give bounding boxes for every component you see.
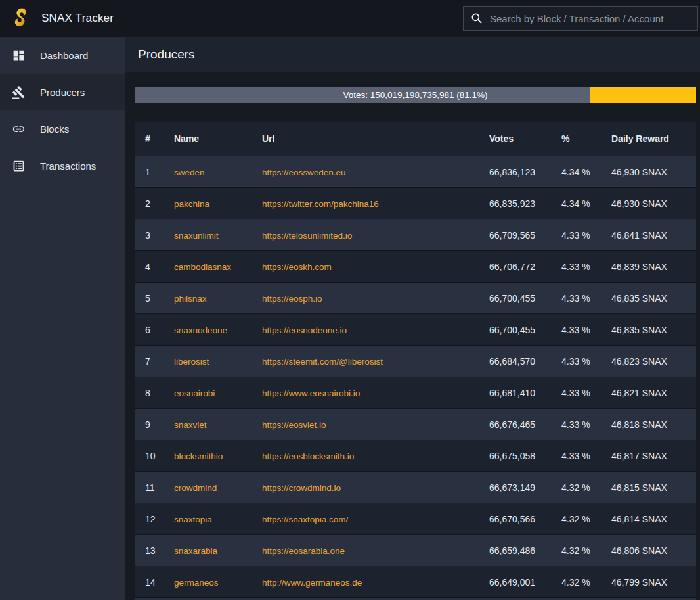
sidebar-item-label: Producers [40, 87, 85, 98]
producer-rank: 13 [135, 545, 174, 556]
producer-daily-reward: 46,835 SNAX [611, 325, 696, 335]
producer-row: 1 sweden https://eossweden.eu 66,836,123… [135, 156, 696, 187]
producer-rank: 1 [135, 167, 174, 177]
producer-name-link[interactable]: philsnax [174, 294, 207, 304]
column-header-percent: % [561, 133, 611, 144]
producer-rank: 4 [135, 262, 174, 272]
producer-row: 9 snaxviet https://eosviet.io 66,676,465… [135, 408, 696, 440]
producer-daily-reward: 46,841 SNAX [611, 230, 696, 241]
producer-url-link[interactable]: https://eosnodeone.io [262, 325, 347, 335]
producer-name-link[interactable]: snaxnodeone [174, 325, 227, 335]
producer-row: 11 crowdmind https://crowdmind.io 66,673… [135, 471, 696, 503]
producer-name-link[interactable]: sweden [174, 168, 205, 177]
producer-votes: 66,673,149 [489, 482, 561, 493]
producer-votes: 66,700,455 [489, 325, 561, 335]
producer-percent: 4.34 % [561, 167, 611, 177]
producer-daily-reward: 46,930 SNAX [611, 198, 696, 209]
sidebar-item-dashboard[interactable]: Dashboard [0, 37, 125, 74]
producer-votes: 66,700,455 [489, 293, 561, 304]
sidebar-item-label: Transactions [40, 160, 96, 172]
producer-rank: 6 [135, 325, 174, 335]
producer-url-link[interactable]: https://eosviet.io [262, 420, 326, 430]
producer-votes: 66,706,772 [489, 262, 561, 272]
producer-votes: 66,676,465 [489, 419, 561, 430]
producer-url-link[interactable]: https://eosarabia.one [262, 546, 345, 556]
producer-url-link[interactable]: https://snaxtopia.com/ [262, 515, 348, 524]
producer-daily-reward: 46,821 SNAX [611, 388, 696, 398]
sidebar-item-label: Dashboard [40, 50, 88, 61]
producer-url-link[interactable]: https://eosblocksmith.io [262, 451, 354, 461]
producer-percent: 4.33 % [561, 451, 611, 461]
producer-url-link[interactable]: https://eosph.io [262, 294, 322, 304]
producer-row: 5 philsnax https://eosph.io 66,700,455 4… [135, 282, 696, 313]
producer-votes: 66,835,923 [489, 198, 561, 209]
producer-url-link[interactable]: https://steemit.com/@liberosist [262, 357, 383, 367]
sidebar-item-transactions[interactable]: Transactions [0, 147, 125, 184]
producer-percent: 4.32 % [561, 482, 611, 493]
producer-url-link[interactable]: https://eossweden.eu [262, 168, 346, 177]
producer-row: 6 snaxnodeone https://eosnodeone.io 66,7… [135, 313, 696, 345]
producer-url-link[interactable]: https://telosunlimited.io [262, 231, 352, 241]
next-row-sliver [135, 597, 696, 600]
producer-daily-reward: 46,806 SNAX [611, 545, 696, 556]
snax-logo-icon [9, 5, 33, 32]
producer-percent: 4.33 % [561, 262, 611, 272]
list-icon [12, 159, 26, 173]
producer-rank: 9 [135, 419, 174, 430]
producers-table: # Name Url Votes % Daily Reward 1 sweden… [135, 122, 696, 600]
producer-name-link[interactable]: liberosist [174, 357, 209, 367]
producer-row: 12 snaxtopia https://snaxtopia.com/ 66,6… [135, 503, 696, 534]
votes-bar: Votes: 150,019,198,735,981 (81.1%) [135, 87, 696, 103]
producer-name-link[interactable]: snaxarabia [174, 546, 217, 556]
producer-url-link[interactable]: https://eoskh.com [262, 262, 332, 272]
app-title: SNAX Tracker [41, 12, 114, 25]
sidebar-item-blocks[interactable]: Blocks [0, 110, 125, 147]
producer-name-link[interactable]: snaxviet [174, 420, 207, 430]
producer-percent: 4.33 % [561, 230, 611, 241]
producer-row: 13 snaxarabia https://eosarabia.one 66,6… [135, 534, 696, 566]
search-box [463, 6, 698, 31]
main-panel: Producers Votes: 150,019,198,735,981 (81… [125, 37, 700, 600]
brand-home-link[interactable]: SNAX Tracker [9, 5, 114, 32]
producer-votes: 66,675,058 [489, 451, 561, 461]
producer-name-link[interactable]: eosnairobi [174, 388, 215, 398]
producer-name-link[interactable]: blocksmithio [174, 451, 223, 461]
column-header-rank: # [135, 133, 174, 144]
producer-daily-reward: 46,814 SNAX [611, 514, 696, 524]
producer-votes: 66,836,123 [489, 167, 561, 177]
producer-name-link[interactable]: snaxunlimit [174, 231, 219, 241]
producer-rank: 7 [135, 356, 174, 367]
sidebar: Dashboard Producers Blocks Transactions [0, 37, 125, 600]
producer-daily-reward: 46,930 SNAX [611, 167, 696, 177]
producer-url-link[interactable]: https://www.eosnairobi.io [262, 388, 360, 398]
producer-percent: 4.34 % [561, 198, 611, 209]
producer-percent: 4.32 % [561, 514, 611, 524]
producer-row: 2 pakchina https://twitter.com/pakchina1… [135, 187, 696, 219]
producer-rank: 14 [135, 577, 174, 588]
producer-name-link[interactable]: pakchina [174, 199, 209, 209]
producer-name-link[interactable]: cambodiasnax [174, 262, 231, 272]
producer-url-link[interactable]: https://twitter.com/pakchina16 [262, 199, 379, 209]
producer-url-link[interactable]: https://crowdmind.io [262, 483, 341, 493]
producer-daily-reward: 46,839 SNAX [611, 262, 696, 272]
producer-row: 4 cambodiasnax https://eoskh.com 66,706,… [135, 250, 696, 282]
producer-votes: 66,659,486 [489, 545, 561, 556]
producer-name-link[interactable]: snaxtopia [174, 515, 212, 524]
producer-daily-reward: 46,815 SNAX [611, 482, 696, 493]
producer-url-link[interactable]: http://www.germaneos.de [262, 578, 362, 588]
sidebar-item-producers[interactable]: Producers [0, 74, 125, 110]
producer-votes: 66,684,570 [489, 356, 561, 367]
producer-rank: 5 [135, 293, 174, 304]
producer-row: 10 blocksmithio https://eosblocksmith.io… [135, 440, 696, 471]
producer-percent: 4.33 % [561, 293, 611, 304]
top-header: SNAX Tracker [0, 0, 700, 37]
producer-percent: 4.33 % [561, 388, 611, 398]
producer-name-link[interactable]: crowdmind [174, 483, 217, 493]
producer-rank: 8 [135, 388, 174, 398]
search-input[interactable] [490, 13, 691, 24]
column-header-url: Url [262, 133, 489, 144]
producer-name-link[interactable]: germaneos [174, 578, 219, 588]
producer-row: 8 eosnairobi https://www.eosnairobi.io 6… [135, 377, 696, 408]
producer-rank: 12 [135, 514, 174, 524]
page-titlebar: Producers [125, 37, 700, 72]
